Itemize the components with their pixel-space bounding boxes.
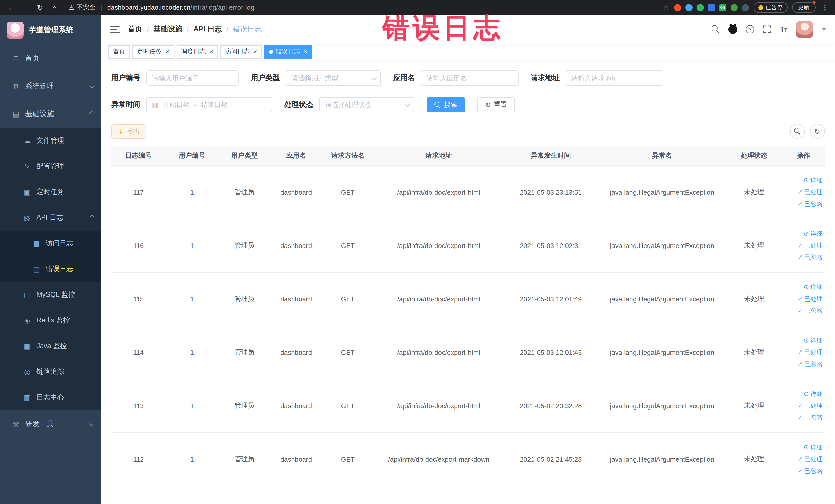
detail-link[interactable]: ⊙详细: [784, 228, 823, 240]
github-button[interactable]: [729, 25, 737, 34]
browser-menu-icon[interactable]: ⋮: [820, 4, 830, 11]
processed-link[interactable]: ✓已处理: [784, 400, 823, 411]
extension-icon-blue-drop[interactable]: [685, 4, 692, 11]
ignored-link[interactable]: ✓已忽略: [784, 465, 823, 477]
exception-time-range-picker[interactable]: 开始日期 - 结束日期: [146, 97, 272, 113]
tab-定时任务[interactable]: 定时任务×: [133, 45, 174, 58]
sidebar-item-错误日志[interactable]: ▥错误日志: [0, 256, 101, 282]
request-url-input[interactable]: [566, 70, 663, 86]
start-date-placeholder: 开始日期: [163, 100, 190, 109]
ignored-link[interactable]: ✓已忽略: [784, 251, 823, 263]
sidebar-item-文件管理[interactable]: ☁文件管理: [0, 128, 101, 154]
detail-link[interactable]: ⊙详细: [784, 335, 823, 346]
ignored-link[interactable]: ✓已忽略: [784, 358, 823, 370]
sidebar-item-首页[interactable]: ⊞首页: [0, 45, 101, 73]
sidebar-item-定时任务[interactable]: ▣定时任务: [0, 179, 101, 205]
url-domain: dashboard.yudao.iocoder.cn: [107, 4, 191, 11]
processed-link[interactable]: ✓已处理: [784, 453, 823, 465]
mark-processed-icon: ✓: [797, 186, 803, 198]
process-status-select[interactable]: 请选择处理状态: [319, 97, 414, 113]
sidebar-item-Java 监控[interactable]: ▦Java 监控: [0, 333, 101, 359]
tab-首页[interactable]: 首页: [108, 45, 130, 58]
search-button[interactable]: 搜索: [427, 97, 465, 113]
cell-user_type: 管理员: [219, 432, 270, 486]
table-row: 1151管理员dashboardGET/api/infra/db-doc/exp…: [111, 272, 825, 326]
cell-app: dashboard: [270, 165, 322, 219]
processed-link[interactable]: ✓已处理: [784, 293, 823, 305]
security-chip[interactable]: ⚠ 不安全: [69, 3, 96, 12]
forward-icon[interactable]: →: [20, 3, 32, 12]
sidebar-item-研发工具[interactable]: ⚒研发工具: [0, 410, 101, 438]
help-button[interactable]: [746, 25, 754, 33]
breadcrumb-item[interactable]: 基础设施: [154, 25, 182, 34]
process-status-label: 处理状态: [284, 100, 313, 109]
ignored-link[interactable]: ✓已忽略: [784, 305, 823, 317]
extension-icon-orange-circle[interactable]: [674, 4, 681, 11]
ignored-link[interactable]: ✓已忽略: [784, 411, 823, 423]
extension-icon-blue-grid[interactable]: [708, 4, 715, 11]
processed-link[interactable]: ✓已处理: [784, 186, 823, 198]
column-header: 操作: [782, 146, 825, 165]
avatar[interactable]: [796, 21, 813, 38]
sidebar-item-MySQL 监控[interactable]: ◫MySQL 监控: [0, 282, 101, 308]
sidebar-toggle-icon[interactable]: [110, 26, 120, 33]
extension-icon-on-badge[interactable]: on: [719, 4, 726, 11]
ignored-link[interactable]: ✓已忽略: [784, 198, 823, 210]
view-detail-icon: ⊙: [804, 228, 809, 240]
export-button[interactable]: 导出: [111, 124, 146, 138]
app-logo[interactable]: 芋道管理系统: [0, 15, 101, 45]
sidebar-item-访问日志[interactable]: ▤访问日志: [0, 230, 101, 256]
user-id-input[interactable]: [146, 70, 239, 86]
chevron-down-icon[interactable]: [822, 28, 826, 31]
font-size-button[interactable]: [780, 25, 787, 34]
breadcrumb-item[interactable]: API 日志: [194, 25, 222, 34]
sidebar-item-链路追踪[interactable]: ◎链路追踪: [0, 359, 101, 385]
close-icon[interactable]: ×: [253, 48, 257, 55]
tab-调度日志[interactable]: 调度日志×: [176, 45, 218, 58]
bookmark-star-icon[interactable]: ☆: [663, 3, 669, 12]
cell-actions: ⊙详细✓已处理✓已忽略: [782, 379, 825, 432]
detail-link[interactable]: ⊙详细: [784, 174, 823, 186]
reload-icon[interactable]: ↻: [34, 3, 46, 12]
tab-访问日志[interactable]: 访问日志×: [220, 45, 262, 58]
user-type-select[interactable]: 请选择用户类型: [286, 70, 381, 86]
toggle-search-button[interactable]: [790, 124, 805, 139]
fullscreen-button[interactable]: [763, 25, 771, 33]
sidebar-item-配置管理[interactable]: ✎配置管理: [0, 154, 101, 179]
breadcrumb-item[interactable]: 首页: [128, 25, 142, 34]
back-icon[interactable]: ←: [5, 3, 18, 12]
detail-link[interactable]: ⊙详细: [784, 441, 823, 453]
sidebar-item-日志中心[interactable]: ▥日志中心: [0, 385, 101, 410]
processed-link[interactable]: ✓已处理: [784, 240, 823, 251]
detail-link[interactable]: ⊙详细: [784, 388, 823, 400]
browser-update-button[interactable]: 更新: [792, 2, 815, 13]
extension-icon-green-circle[interactable]: [696, 4, 704, 11]
sidebar-item-label: MySQL 监控: [37, 290, 75, 299]
header-search-button[interactable]: [712, 25, 720, 33]
top-navbar: 首页/基础设施/API 日志/错误日志: [101, 15, 835, 44]
close-icon[interactable]: ×: [304, 48, 308, 55]
close-icon[interactable]: ×: [209, 48, 213, 55]
dev-tools-icon: ⚒: [10, 420, 22, 428]
tab-错误日志[interactable]: 错误日志×: [264, 45, 312, 58]
refresh-table-button[interactable]: [810, 124, 825, 139]
app-name-input[interactable]: [421, 70, 518, 86]
reset-button[interactable]: 重置: [477, 97, 515, 113]
sidebar-item-API 日志[interactable]: ▧API 日志: [0, 205, 101, 230]
paused-badge[interactable]: 已暂停: [753, 2, 787, 13]
sidebar-item-系统管理[interactable]: ⚙系统管理: [0, 73, 101, 100]
extension-icon-green-leaf[interactable]: [730, 4, 737, 11]
app-title: 芋道管理系统: [29, 25, 74, 35]
cell-status: 未处理: [726, 326, 782, 379]
sidebar-item-基础设施[interactable]: ▤基础设施: [0, 100, 101, 128]
chevron-down-icon: [372, 75, 377, 80]
extension-icon-dark-paw[interactable]: [741, 4, 749, 11]
address-bar[interactable]: dashboard.yudao.iocoder.cn/infra/log/api…: [107, 4, 254, 11]
close-icon[interactable]: ×: [165, 48, 169, 55]
cell-app: dashboard: [270, 272, 322, 326]
processed-link[interactable]: ✓已处理: [784, 346, 823, 358]
home-icon[interactable]: ⌂: [48, 3, 61, 12]
view-detail-icon: ⊙: [804, 441, 809, 453]
detail-link[interactable]: ⊙详细: [784, 281, 823, 293]
sidebar-item-Redis 监控[interactable]: ◈Redis 监控: [0, 308, 101, 333]
